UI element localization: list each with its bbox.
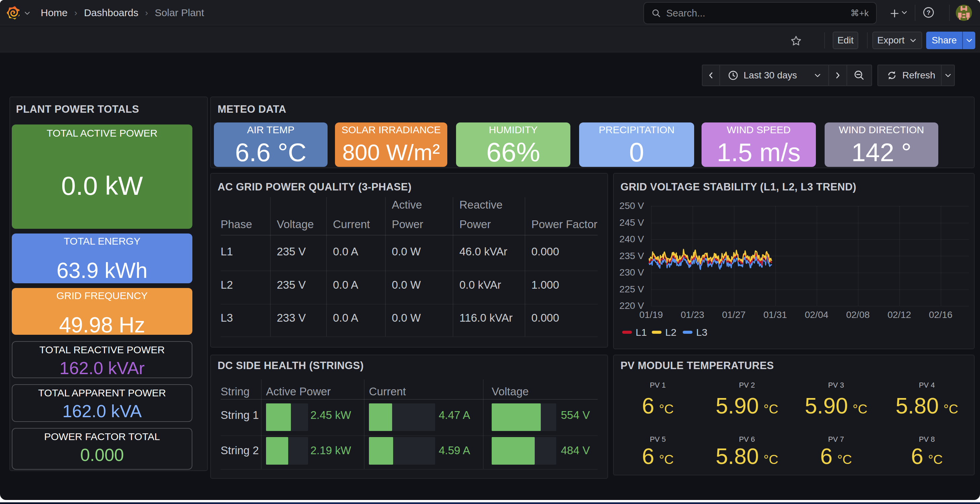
svg-text:?: ?: [926, 9, 931, 16]
